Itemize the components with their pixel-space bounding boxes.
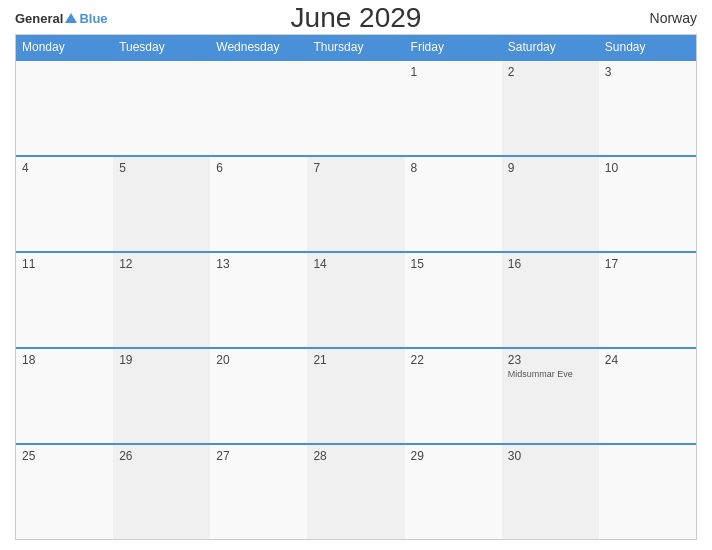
country-label: Norway [650, 10, 697, 26]
week-row-4: 181920212223Midsummar Eve24 [16, 347, 696, 443]
header-day-tuesday: Tuesday [113, 35, 210, 59]
date-number: 11 [22, 257, 107, 271]
header-day-sunday: Sunday [599, 35, 696, 59]
cal-cell-5-1: 25 [16, 445, 113, 539]
cal-cell-3-1: 11 [16, 253, 113, 347]
week-row-2: 45678910 [16, 155, 696, 251]
week-row-5: 252627282930 [16, 443, 696, 539]
cal-cell-2-6: 9 [502, 157, 599, 251]
date-number: 3 [605, 65, 690, 79]
date-number: 22 [411, 353, 496, 367]
cal-cell-3-6: 16 [502, 253, 599, 347]
date-number: 24 [605, 353, 690, 367]
holiday-label: Midsummar Eve [508, 369, 593, 380]
date-number: 17 [605, 257, 690, 271]
date-number: 20 [216, 353, 301, 367]
cal-cell-1-6: 2 [502, 61, 599, 155]
header-day-thursday: Thursday [307, 35, 404, 59]
cal-cell-2-7: 10 [599, 157, 696, 251]
header-day-friday: Friday [405, 35, 502, 59]
logo-blue-text: Blue [79, 11, 107, 26]
date-number: 5 [119, 161, 204, 175]
header: General Blue June 2029 Norway [15, 10, 697, 26]
date-number: 12 [119, 257, 204, 271]
date-number: 13 [216, 257, 301, 271]
cal-cell-2-4: 7 [307, 157, 404, 251]
cal-cell-5-6: 30 [502, 445, 599, 539]
date-number: 8 [411, 161, 496, 175]
cal-cell-4-5: 22 [405, 349, 502, 443]
week-row-1: 123 [16, 59, 696, 155]
page-title: June 2029 [291, 2, 422, 34]
date-number: 9 [508, 161, 593, 175]
header-day-saturday: Saturday [502, 35, 599, 59]
date-number: 10 [605, 161, 690, 175]
cal-cell-2-5: 8 [405, 157, 502, 251]
date-number: 6 [216, 161, 301, 175]
cal-cell-3-3: 13 [210, 253, 307, 347]
cal-cell-4-6: 23Midsummar Eve [502, 349, 599, 443]
cal-cell-3-4: 14 [307, 253, 404, 347]
date-number: 29 [411, 449, 496, 463]
cal-cell-4-3: 20 [210, 349, 307, 443]
cal-cell-4-4: 21 [307, 349, 404, 443]
calendar-page: General Blue June 2029 Norway MondayTues… [0, 0, 712, 550]
date-number: 25 [22, 449, 107, 463]
cal-cell-3-5: 15 [405, 253, 502, 347]
date-number: 30 [508, 449, 593, 463]
date-number: 7 [313, 161, 398, 175]
cal-cell-5-7 [599, 445, 696, 539]
logo: General Blue [15, 11, 108, 26]
cal-cell-1-4 [307, 61, 404, 155]
calendar: MondayTuesdayWednesdayThursdayFridaySatu… [15, 34, 697, 540]
cal-cell-1-5: 1 [405, 61, 502, 155]
header-day-monday: Monday [16, 35, 113, 59]
cal-cell-4-1: 18 [16, 349, 113, 443]
cal-cell-2-2: 5 [113, 157, 210, 251]
cal-cell-4-2: 19 [113, 349, 210, 443]
header-day-wednesday: Wednesday [210, 35, 307, 59]
logo-general-text: General [15, 11, 63, 26]
cal-cell-5-4: 28 [307, 445, 404, 539]
date-number: 26 [119, 449, 204, 463]
cal-cell-3-7: 17 [599, 253, 696, 347]
week-row-3: 11121314151617 [16, 251, 696, 347]
date-number: 4 [22, 161, 107, 175]
date-number: 19 [119, 353, 204, 367]
cal-cell-1-7: 3 [599, 61, 696, 155]
date-number: 15 [411, 257, 496, 271]
date-number: 23 [508, 353, 593, 367]
cal-cell-1-1 [16, 61, 113, 155]
cal-cell-5-3: 27 [210, 445, 307, 539]
date-number: 28 [313, 449, 398, 463]
cal-cell-5-2: 26 [113, 445, 210, 539]
cal-cell-5-5: 29 [405, 445, 502, 539]
calendar-body: 1234567891011121314151617181920212223Mid… [16, 59, 696, 539]
date-number: 21 [313, 353, 398, 367]
date-number: 1 [411, 65, 496, 79]
cal-cell-2-1: 4 [16, 157, 113, 251]
logo-triangle-icon [65, 13, 77, 23]
cal-cell-3-2: 12 [113, 253, 210, 347]
cal-cell-1-3 [210, 61, 307, 155]
date-number: 2 [508, 65, 593, 79]
date-number: 14 [313, 257, 398, 271]
cal-cell-4-7: 24 [599, 349, 696, 443]
calendar-header: MondayTuesdayWednesdayThursdayFridaySatu… [16, 35, 696, 59]
date-number: 16 [508, 257, 593, 271]
cal-cell-2-3: 6 [210, 157, 307, 251]
date-number: 27 [216, 449, 301, 463]
cal-cell-1-2 [113, 61, 210, 155]
date-number: 18 [22, 353, 107, 367]
